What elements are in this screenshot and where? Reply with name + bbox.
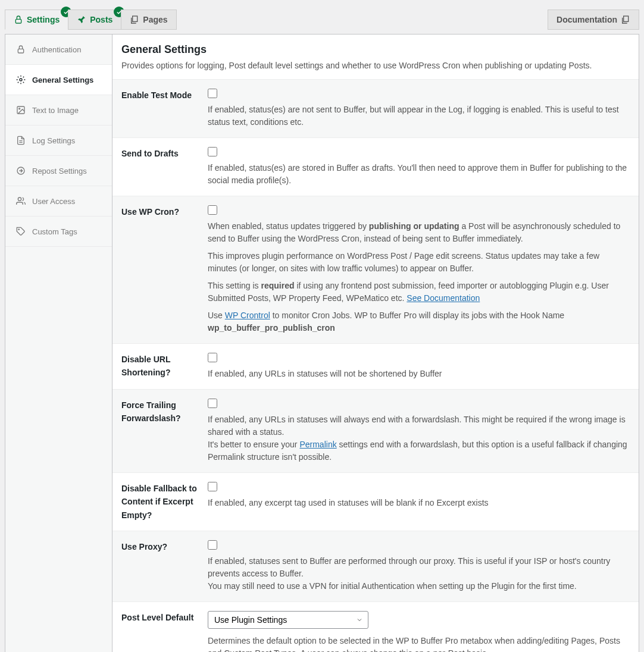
sidebar-item-log[interactable]: Log Settings [5, 126, 112, 156]
desc-test-mode: If enabled, status(es) are not sent to B… [208, 104, 630, 128]
tab-posts[interactable]: Posts [68, 10, 121, 30]
tab-posts-label: Posts [90, 15, 112, 24]
sidebar-item-label: Custom Tags [32, 227, 77, 236]
desc-disable-url: If enabled, any URLs in statuses will no… [208, 368, 630, 380]
tab-pages-label: Pages [143, 15, 167, 24]
sidebar-item-label: General Settings [32, 76, 93, 84]
checkbox-force-slash[interactable] [208, 399, 217, 408]
sidebar-item-label: Text to Image [32, 106, 79, 115]
checkbox-test-mode[interactable] [208, 89, 217, 98]
label-use-proxy: Use Proxy? [121, 540, 208, 593]
gear-icon [16, 75, 26, 84]
label-wp-cron: Use WP Cron? [121, 205, 208, 334]
sidebar-item-label: Repost Settings [32, 167, 87, 175]
link-see-documentation[interactable]: See Documentation [407, 293, 480, 303]
sidebar-item-authentication[interactable]: Authentication [5, 35, 112, 65]
svg-rect-0 [15, 19, 21, 23]
svg-point-9 [18, 229, 19, 230]
page-title: General Settings [121, 43, 630, 56]
select-post-default[interactable]: Use Plugin Settings [208, 611, 368, 629]
row-post-default: Post Level Default Use Plugin Settings D… [112, 601, 639, 652]
desc-wp-cron-2: This improves plugin performance on Word… [208, 250, 630, 275]
label-disable-url: Disable URL Shortening? [121, 353, 208, 380]
sidebar-item-user-access[interactable]: User Access [5, 186, 112, 217]
lock-icon [16, 45, 26, 54]
main-wrap: Authentication General Settings Text to … [5, 34, 639, 652]
desc-disable-fallback: If enabled, any excerpt tag used in stat… [208, 497, 630, 509]
svg-rect-3 [18, 49, 23, 53]
pin-icon [77, 15, 86, 24]
svg-point-4 [20, 79, 22, 81]
checkbox-send-drafts[interactable] [208, 147, 217, 156]
checkbox-disable-fallback[interactable] [208, 482, 217, 491]
checkbox-wp-cron[interactable] [208, 205, 217, 215]
page-description: Provides options for logging, Post defau… [121, 61, 630, 70]
desc-send-drafts: If enabled, status(es) are stored in Buf… [208, 162, 630, 187]
label-force-slash: Force Trailing Forwardslash? [121, 399, 208, 463]
link-permalink[interactable]: Permalink [299, 440, 336, 449]
tag-icon [16, 227, 26, 236]
desc-force-slash-2: It's better to ensure your Permalink set… [208, 438, 630, 463]
lock-icon [14, 15, 23, 24]
checkbox-use-proxy[interactable] [208, 540, 217, 550]
label-disable-fallback: Disable Fallback to Content if Excerpt E… [121, 482, 208, 522]
row-disable-fallback: Disable Fallback to Content if Excerpt E… [112, 472, 639, 531]
page-header: General Settings Provides options for lo… [112, 35, 639, 79]
users-icon [16, 196, 26, 206]
sidebar-item-custom-tags[interactable]: Custom Tags [5, 217, 112, 247]
tab-pages[interactable]: Pages [121, 10, 176, 30]
svg-point-8 [18, 198, 21, 200]
svg-point-6 [19, 108, 20, 109]
link-wp-crontrol[interactable]: WP Crontrol [225, 311, 270, 320]
svg-rect-2 [624, 16, 629, 21]
desc-use-proxy-2: You may still need to use a VPN for init… [208, 580, 630, 593]
row-force-slash: Force Trailing Forwardslash? If enabled,… [112, 389, 639, 472]
row-send-drafts: Send to Drafts If enabled, status(es) ar… [112, 137, 639, 196]
row-disable-url: Disable URL Shortening? If enabled, any … [112, 343, 639, 389]
documentation-label: Documentation [557, 15, 617, 24]
desc-wp-cron-4: Use WP Crontrol to monitor Cron Jobs. WP… [208, 309, 630, 334]
sidebar-item-general[interactable]: General Settings [5, 65, 112, 95]
sidebar-item-repost[interactable]: Repost Settings [5, 156, 112, 186]
svg-rect-1 [133, 16, 137, 21]
file-icon [16, 136, 26, 145]
desc-wp-cron-1: When enabled, status updates triggered b… [208, 220, 630, 245]
label-test-mode: Enable Test Mode [121, 89, 208, 128]
row-use-proxy: Use Proxy? If enabled, statuses sent to … [112, 531, 639, 601]
desc-force-slash-1: If enabled, any URLs in statuses will al… [208, 413, 630, 438]
checkbox-disable-url[interactable] [208, 353, 217, 362]
sidebar-item-text-image[interactable]: Text to Image [5, 95, 112, 126]
label-send-drafts: Send to Drafts [121, 147, 208, 187]
desc-wp-cron-3: This setting is required if using any fr… [208, 280, 630, 305]
sidebar-item-label: User Access [32, 197, 75, 206]
copy-icon [621, 15, 630, 24]
desc-post-default: Determines the default option to be sele… [208, 635, 630, 652]
desc-use-proxy-1: If enabled, statuses sent to Buffer are … [208, 555, 630, 580]
tab-settings-label: Settings [27, 15, 60, 24]
documentation-button[interactable]: Documentation [548, 10, 639, 30]
pages-icon [130, 15, 139, 24]
row-wp-cron: Use WP Cron? When enabled, status update… [112, 196, 639, 343]
sidebar-item-label: Authentication [32, 45, 81, 54]
image-icon [16, 105, 26, 115]
tab-settings[interactable]: Settings [5, 10, 68, 30]
content: General Settings Provides options for lo… [112, 35, 639, 652]
row-test-mode: Enable Test Mode If enabled, status(es) … [112, 79, 639, 137]
sidebar: Authentication General Settings Text to … [5, 35, 112, 652]
repost-icon [16, 166, 26, 175]
top-tabs: Settings Posts Pages Documentation [5, 5, 639, 30]
label-post-default: Post Level Default [121, 611, 208, 652]
sidebar-item-label: Log Settings [32, 136, 75, 145]
